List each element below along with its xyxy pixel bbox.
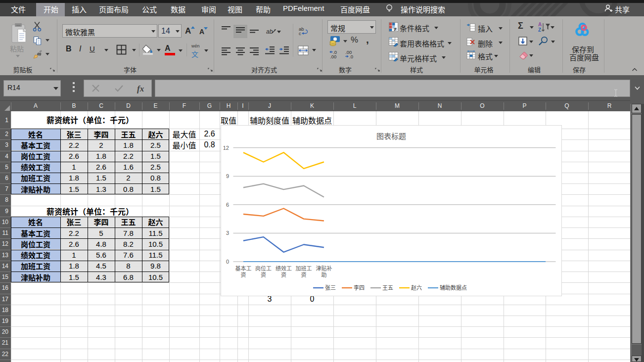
svg-text:9: 9 bbox=[226, 173, 229, 179]
svg-text:加班工: 加班工 bbox=[296, 266, 312, 272]
svg-text:津贴补: 津贴补 bbox=[316, 265, 332, 272]
svg-text:资: 资 bbox=[301, 272, 307, 278]
svg-text:.00: .00 bbox=[330, 54, 336, 59]
svg-text:.0: .0 bbox=[349, 54, 353, 59]
svg-text:12: 12 bbox=[223, 145, 229, 151]
svg-text:绩效工: 绩效工 bbox=[276, 265, 292, 272]
svg-text:6: 6 bbox=[226, 202, 229, 208]
svg-text:≠: ≠ bbox=[394, 26, 397, 32]
svg-text:张三: 张三 bbox=[325, 285, 336, 291]
svg-text:fx: fx bbox=[137, 84, 144, 93]
svg-text:辅助数据点: 辅助数据点 bbox=[440, 284, 467, 291]
svg-text:基本工: 基本工 bbox=[235, 265, 251, 272]
svg-text:岗位工: 岗位工 bbox=[255, 265, 272, 272]
svg-text:Z: Z bbox=[538, 27, 541, 32]
svg-text:A: A bbox=[538, 22, 542, 27]
svg-text:资: 资 bbox=[240, 272, 246, 278]
svg-text:赵六: 赵六 bbox=[411, 284, 422, 291]
svg-text:ab: ab bbox=[266, 28, 273, 35]
svg-text:助: 助 bbox=[321, 272, 326, 278]
svg-text:3: 3 bbox=[226, 230, 229, 236]
svg-text:资: 资 bbox=[281, 272, 286, 278]
svg-text:c: c bbox=[299, 31, 301, 36]
svg-text:王五: 王五 bbox=[382, 285, 393, 291]
svg-text:李四: 李四 bbox=[354, 284, 365, 291]
svg-text:0: 0 bbox=[226, 259, 229, 265]
svg-text:资: 资 bbox=[261, 272, 266, 278]
